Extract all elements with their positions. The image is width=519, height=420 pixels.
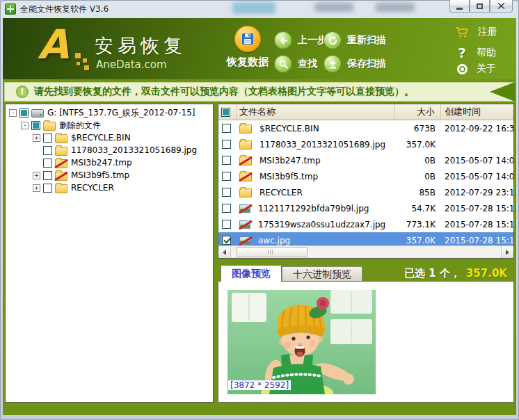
row-checkbox-cell[interactable] bbox=[218, 124, 237, 133]
row-checkbox-cell[interactable] bbox=[218, 156, 237, 165]
tree-checkbox[interactable] bbox=[43, 134, 52, 143]
notice-bar: ! 请先找到要恢复的文件，双击文件可以预览内容（文档表格图片文字等可以直接预览）… bbox=[4, 82, 515, 102]
row-checkbox[interactable] bbox=[222, 188, 231, 197]
close-button[interactable] bbox=[490, 0, 513, 13]
image-deleted-icon bbox=[239, 204, 250, 213]
title-bar[interactable]: 全能文件恢复软件 V3.6 bbox=[0, 0, 519, 18]
row-checkbox[interactable] bbox=[222, 124, 231, 133]
find-button[interactable]: 查找 bbox=[274, 55, 317, 73]
selection-summary: 已选 1 个，357.0K bbox=[404, 267, 507, 280]
tab-hex-preview[interactable]: 十六进制预览 bbox=[282, 266, 362, 282]
preview-tab-bar: 图像预览 十六进制预览 已选 1 个，357.0K bbox=[218, 265, 514, 282]
table-row[interactable]: RECYCLER85B2012-07-29 23:15 bbox=[218, 184, 513, 200]
table-row[interactable]: awc.jpg357.0K2015-07-28 15:13 bbox=[218, 232, 513, 245]
file-name: $RECYCLE.BIN bbox=[260, 124, 319, 134]
select-all-checkbox[interactable] bbox=[221, 108, 230, 117]
expander-toggle[interactable]: + bbox=[33, 172, 40, 179]
file-created-cell: 2015-07-28 15:12 bbox=[441, 220, 513, 229]
tree-item[interactable]: -删除的文件 bbox=[6, 119, 213, 131]
tree-item[interactable]: 1178033_2013321051689.jpg bbox=[6, 144, 213, 156]
tree-checkbox[interactable] bbox=[43, 159, 52, 168]
file-name-cell[interactable]: 1178033_2013321051689.jpg bbox=[237, 139, 395, 150]
file-name-cell[interactable]: awc.jpg bbox=[237, 236, 395, 245]
refresh-icon bbox=[324, 31, 342, 49]
row-checkbox[interactable] bbox=[222, 156, 231, 165]
table-row[interactable]: 1121171292bfda79b9l.jpg54.7K2015-07-28 1… bbox=[218, 200, 513, 216]
tree-item[interactable]: +$RECYCLE.BIN bbox=[6, 131, 213, 144]
row-checkbox[interactable] bbox=[222, 172, 231, 181]
folder-icon bbox=[239, 124, 252, 134]
row-checkbox-cell[interactable] bbox=[218, 204, 237, 213]
expander-toggle[interactable]: + bbox=[33, 184, 40, 192]
file-name-cell[interactable]: RECYCLER bbox=[237, 187, 395, 197]
tree-item[interactable]: MSI3b247.tmp bbox=[6, 156, 213, 169]
scroll-left-button[interactable] bbox=[218, 247, 231, 258]
about-link[interactable]: 关于 bbox=[456, 63, 496, 75]
recover-data-button[interactable]: 恢复数据 bbox=[221, 26, 274, 69]
tree-item[interactable]: +MSI3b9f5.tmp bbox=[6, 169, 213, 181]
column-header-created[interactable]: 创建时间 bbox=[441, 104, 513, 120]
deleted-slash-icon bbox=[54, 171, 68, 181]
file-name-cell[interactable]: 175319wsza0ssu1udzzax7.jpg bbox=[237, 220, 395, 229]
file-size-cell: 357.0K bbox=[395, 236, 441, 245]
tree-checkbox[interactable] bbox=[31, 121, 40, 130]
tree-item[interactable]: +RECYCLER bbox=[6, 181, 213, 194]
preview-image[interactable] bbox=[227, 290, 376, 394]
row-checkbox-cell[interactable] bbox=[218, 188, 237, 197]
main-content: -G: [NTFS_137.7G_娱乐_2012-07-15]-删除的文件+$R… bbox=[5, 104, 514, 403]
folder-icon bbox=[55, 134, 67, 143]
tree-checkbox[interactable] bbox=[43, 171, 52, 180]
expander-toggle[interactable]: - bbox=[21, 122, 29, 129]
file-name-cell[interactable]: MSI3b9f5.tmp bbox=[237, 171, 395, 181]
selection-count: 已选 1 个， bbox=[404, 267, 461, 280]
row-checkbox-cell[interactable] bbox=[218, 140, 237, 149]
background-window-blur bbox=[376, 3, 415, 12]
help-link[interactable]: ? 帮助 bbox=[455, 45, 496, 61]
column-header-name[interactable]: 文件名称 bbox=[237, 104, 395, 120]
row-checkbox[interactable] bbox=[222, 204, 231, 213]
find-label: 查找 bbox=[298, 58, 317, 70]
tab-image-preview[interactable]: 图像预览 bbox=[221, 265, 282, 282]
file-name-cell[interactable]: $RECYCLE.BIN bbox=[237, 123, 395, 134]
file-name-cell[interactable]: MSI3b247.tmp bbox=[237, 155, 395, 165]
scrollbar-thumb[interactable] bbox=[237, 247, 308, 257]
expander-toggle[interactable]: - bbox=[9, 109, 17, 117]
question-icon: ? bbox=[455, 45, 469, 61]
select-all-checkbox-cell[interactable] bbox=[218, 104, 237, 120]
column-header-size[interactable]: 大小 bbox=[395, 104, 441, 120]
save-scan-label: 保存扫描 bbox=[347, 58, 386, 70]
tree-item-label: RECYCLER bbox=[71, 183, 114, 193]
tree-item[interactable]: -G: [NTFS_137.7G_娱乐_2012-07-15] bbox=[6, 106, 213, 119]
row-checkbox[interactable] bbox=[222, 236, 231, 245]
brand-site: AneData.com bbox=[96, 58, 167, 71]
row-checkbox-cell[interactable] bbox=[218, 220, 237, 229]
rescan-button[interactable]: 重新扫描 bbox=[324, 31, 386, 49]
file-name-cell[interactable]: 1121171292bfda79b9l.jpg bbox=[237, 204, 395, 213]
row-checkbox[interactable] bbox=[222, 140, 231, 149]
table-row[interactable]: $RECYCLE.BIN673B2012-09-22 16:38 bbox=[218, 120, 513, 136]
tree-checkbox[interactable] bbox=[43, 184, 52, 193]
table-row[interactable]: 175319wsza0ssu1udzzax7.jpg773.1K2015-07-… bbox=[218, 216, 513, 232]
notice-arrow-icon[interactable] bbox=[490, 82, 515, 102]
maximize-icon bbox=[477, 3, 483, 9]
tree-checkbox[interactable] bbox=[43, 146, 52, 155]
row-checkbox-cell[interactable] bbox=[218, 172, 237, 181]
save-scan-button[interactable]: 保存扫描 bbox=[324, 55, 386, 73]
previous-step-button[interactable]: 上一步 bbox=[274, 31, 327, 49]
expander-toggle[interactable]: + bbox=[33, 134, 40, 142]
maximize-button[interactable] bbox=[470, 0, 490, 13]
minimize-button[interactable] bbox=[449, 0, 470, 13]
exclamation-icon: ! bbox=[16, 86, 29, 98]
image-preview-panel: [3872 * 2592] bbox=[218, 281, 514, 403]
table-row[interactable]: MSI3b9f5.tmp0B2015-05-07 14:04 bbox=[218, 168, 513, 184]
tree-checkbox[interactable] bbox=[19, 108, 29, 118]
horizontal-scrollbar[interactable] bbox=[218, 245, 513, 258]
register-link[interactable]: 注册 bbox=[455, 26, 497, 38]
table-row[interactable]: 1178033_2013321051689.jpg357.0K bbox=[218, 136, 513, 152]
app-icon bbox=[5, 3, 16, 15]
scroll-right-button[interactable] bbox=[501, 247, 513, 258]
folder-icon bbox=[43, 122, 56, 131]
row-checkbox[interactable] bbox=[222, 220, 231, 229]
row-checkbox-cell[interactable] bbox=[218, 236, 237, 245]
table-row[interactable]: MSI3b247.tmp0B2015-05-07 14:04 bbox=[218, 152, 513, 168]
